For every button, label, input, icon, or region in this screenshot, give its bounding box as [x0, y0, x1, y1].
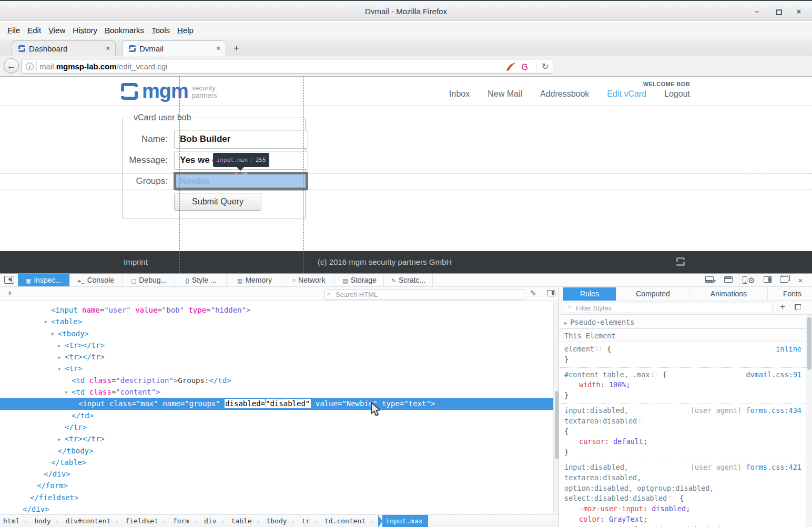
markup-selected-node[interactable]: <input class="max" name="groups" disable…: [0, 398, 553, 409]
sidebar-tab-animations[interactable]: Animations: [690, 287, 768, 301]
expand-pane-icon[interactable]: [547, 290, 555, 296]
rules-view[interactable]: ▶Pseudo-elementsThis Elementelement {inl…: [559, 315, 806, 527]
scrollbar-thumb[interactable]: [807, 317, 811, 370]
twisty-expanded-icon[interactable]: ▼: [65, 387, 67, 398]
nav-new-mail[interactable]: New Mail: [488, 89, 522, 99]
devtools-close-icon[interactable]: ×: [795, 276, 806, 284]
reload-icon[interactable]: ↻: [536, 61, 549, 72]
close-button[interactable]: ×: [792, 6, 806, 17]
stylesheet-link[interactable]: forms.css:421: [746, 462, 801, 473]
dock-side-icon[interactable]: ▾: [705, 276, 716, 285]
markup-node[interactable]: ▶<tr></tr>: [0, 433, 553, 445]
add-rule-icon[interactable]: +: [780, 302, 785, 312]
menu-bookmarks[interactable]: Bookmarks: [105, 26, 144, 35]
rule-selector[interactable]: select:disabled:disabled: [564, 494, 667, 502]
markup-node[interactable]: <input name="user" value="bob" type="hid…: [0, 304, 553, 316]
devtools-tab-console[interactable]: ▸_Console: [70, 274, 123, 286]
markup-node[interactable]: </div>: [0, 468, 553, 480]
devtools-tab-network[interactable]: ≡Network: [283, 274, 335, 286]
devtools-tab-memory[interactable]: ▥Memory: [227, 274, 282, 286]
menu-help[interactable]: Help: [177, 26, 194, 35]
edit-pen-icon[interactable]: ✎: [530, 289, 536, 297]
rule-selector[interactable]: input:disabled,: [564, 406, 628, 415]
stylesheet-link[interactable]: inline: [776, 344, 801, 355]
nav-addressbook[interactable]: Addressbook: [540, 89, 589, 99]
devtools-tab-storage[interactable]: ▤Storage: [336, 274, 384, 286]
markup-node[interactable]: </tr>: [0, 421, 553, 433]
css-rule[interactable]: input:disabled,forms.css:421(user agent)…: [559, 460, 806, 527]
imprint-link[interactable]: Imprint: [124, 257, 148, 266]
css-declaration[interactable]: cursor: default;: [564, 437, 801, 447]
browser-tab-dashboard[interactable]: Dashboard×: [12, 40, 116, 56]
rules-scrollbar[interactable]: [806, 315, 812, 527]
markup-node[interactable]: ▼<tr>: [0, 363, 553, 374]
filter-styles-input[interactable]: [564, 303, 773, 313]
rule-selector[interactable]: input:disabled,: [564, 463, 628, 471]
feather-icon[interactable]: [505, 61, 517, 74]
devtools-tab-inspec[interactable]: ▣Inspec...: [18, 274, 70, 286]
css-declaration[interactable]: background-color: ThreeDLightShadow;: [564, 525, 801, 527]
nav-inbox[interactable]: Inbox: [449, 89, 470, 99]
markup-node[interactable]: </form>: [0, 480, 553, 491]
breadcrumb-item[interactable]: td.content: [324, 515, 366, 527]
nav-logout[interactable]: Logout: [664, 89, 690, 99]
input-name[interactable]: Bob Builder: [174, 130, 308, 149]
minimize-button[interactable]: –: [750, 6, 764, 17]
markup-node[interactable]: </div>: [0, 503, 553, 514]
breadcrumb-item[interactable]: tbody: [266, 515, 287, 527]
spiral-icon[interactable]: [520, 63, 530, 74]
twisty-collapsed-icon[interactable]: ▶: [58, 433, 60, 445]
breadcrumb-item[interactable]: div#content: [65, 515, 110, 527]
url-bar[interactable]: i mail.mgmsp-lab.com/edit_vcard.cgi ↻: [21, 59, 553, 74]
markup-view[interactable]: <input name="user" value="bob" type="hid…: [0, 302, 553, 514]
split-console-icon[interactable]: [723, 276, 734, 284]
stylesheet-link[interactable]: dvmail.css:91: [746, 370, 801, 380]
markup-node[interactable]: <td class="description">Groups:</td>: [0, 375, 553, 386]
markup-node[interactable]: </td>: [0, 410, 553, 421]
devtools-tab-debug[interactable]: ▢Debug...: [123, 274, 175, 286]
sidebar-tab-computed[interactable]: Computed: [617, 287, 689, 301]
maximize-button[interactable]: [772, 6, 786, 17]
breadcrumb-item[interactable]: form: [173, 515, 189, 527]
markup-node[interactable]: ▼<table>: [0, 316, 553, 327]
markup-node[interactable]: </fieldset>: [0, 492, 553, 503]
twisty-expanded-icon[interactable]: ▼: [58, 363, 60, 375]
devtools-settings-icon[interactable]: ⚙: [746, 276, 757, 284]
sidebar-toggle-icon[interactable]: [762, 276, 774, 284]
twisty-expanded-icon[interactable]: ▼: [44, 316, 47, 328]
css-rule[interactable]: input:disabled,forms.css:434(user agent)…: [559, 404, 806, 460]
attribute-editor[interactable]: disabled="disabled": [225, 399, 311, 408]
css-declaration[interactable]: width: 100%;: [564, 380, 801, 390]
dock-window-icon[interactable]: [778, 276, 790, 284]
pseudo-class-panel-icon[interactable]: [795, 304, 801, 310]
breadcrumb-item[interactable]: div: [204, 515, 216, 527]
markup-scrollbar[interactable]: [553, 302, 559, 514]
markup-node[interactable]: ▼<tbody>: [0, 328, 553, 339]
breadcrumb-item[interactable]: body: [34, 515, 50, 527]
breadcrumb-item[interactable]: table: [231, 515, 251, 527]
scrollbar-thumb[interactable]: [555, 391, 559, 459]
pick-element-icon[interactable]: [4, 276, 14, 284]
menu-file[interactable]: File: [7, 26, 20, 35]
css-rule[interactable]: #content table, .max {dvmail.css:91width…: [559, 368, 806, 404]
menu-tools[interactable]: Tools: [151, 26, 170, 35]
devtools-tab-style[interactable]: {}Style ...: [176, 274, 227, 286]
css-rule[interactable]: element {inline}: [559, 342, 806, 368]
rule-selector[interactable]: #content table, .max: [564, 370, 650, 379]
markup-node[interactable]: ▼<td class="content">: [0, 386, 553, 398]
submit-query-button[interactable]: Submit Query: [174, 193, 261, 211]
menu-history[interactable]: History: [73, 26, 97, 35]
nav-edit-vcard[interactable]: Edit vCard: [607, 89, 646, 99]
tab-close-icon[interactable]: ×: [216, 44, 220, 52]
rule-selector[interactable]: textarea:disabled,: [564, 473, 641, 482]
twisty-collapsed-icon[interactable]: ▶: [58, 340, 60, 352]
breadcrumb-item[interactable]: html: [3, 515, 19, 527]
markup-node[interactable]: ▶<tr></tr>: [0, 351, 553, 363]
breadcrumb-item[interactable]: fieldset: [125, 515, 158, 527]
site-info-icon[interactable]: i: [26, 63, 34, 70]
menu-view[interactable]: View: [48, 26, 65, 35]
devtools-tab-scratc[interactable]: ✎Scratc...: [384, 274, 433, 286]
markup-node[interactable]: </table>: [0, 457, 553, 468]
css-declaration[interactable]: color: GrayText;: [564, 514, 801, 525]
breadcrumb-item-selected[interactable]: input.max: [382, 515, 428, 527]
